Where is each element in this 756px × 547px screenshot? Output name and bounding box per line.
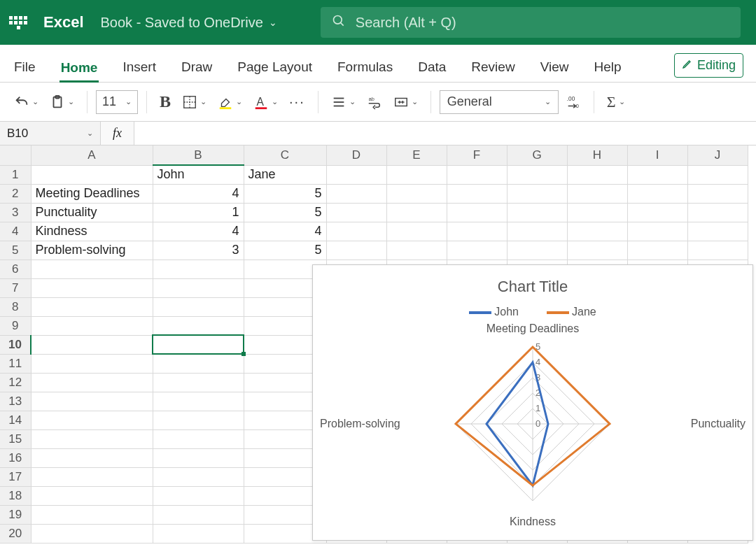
cell-F4[interactable] xyxy=(447,222,507,241)
cell-C2[interactable]: 5 xyxy=(244,184,326,203)
cell-J3[interactable] xyxy=(687,203,748,222)
cell-B9[interactable] xyxy=(153,316,244,335)
paste-button[interactable]: ⌄ xyxy=(46,92,78,113)
cell-D4[interactable] xyxy=(326,222,386,241)
cell-A3[interactable]: Punctuality xyxy=(31,203,153,222)
cell-C3[interactable]: 5 xyxy=(244,203,326,222)
name-box[interactable]: B10 ⌄ xyxy=(0,122,101,145)
number-format-select[interactable]: General ⌄ xyxy=(440,90,559,114)
row-header-9[interactable]: 9 xyxy=(0,316,31,335)
row-header-5[interactable]: 5 xyxy=(0,241,31,260)
cell-B19[interactable] xyxy=(153,505,244,524)
row-header-6[interactable]: 6 xyxy=(0,260,31,278)
cell-B17[interactable] xyxy=(153,467,244,486)
column-header-F[interactable]: F xyxy=(447,145,507,165)
cell-I4[interactable] xyxy=(627,222,687,241)
cell-C1[interactable]: Jane xyxy=(244,165,326,184)
tab-help[interactable]: Help xyxy=(592,54,622,82)
cell-G3[interactable] xyxy=(507,203,567,222)
cell-I1[interactable] xyxy=(627,165,687,184)
cell-G2[interactable] xyxy=(507,184,567,203)
spreadsheet-grid[interactable]: ABCDEFGHIJ1JohnJane2Meeting Deadlines453… xyxy=(0,145,756,544)
row-header-17[interactable]: 17 xyxy=(0,467,31,486)
merge-button[interactable]: ⌄ xyxy=(389,92,422,113)
column-header-D[interactable]: D xyxy=(326,145,386,165)
cell-E2[interactable] xyxy=(386,184,447,203)
cell-A19[interactable] xyxy=(31,505,153,524)
cell-A14[interactable] xyxy=(31,411,153,429)
cell-G1[interactable] xyxy=(507,165,567,184)
cell-G5[interactable] xyxy=(507,241,567,260)
row-header-15[interactable]: 15 xyxy=(0,429,31,448)
tab-review[interactable]: Review xyxy=(470,54,516,82)
tab-view[interactable]: View xyxy=(539,54,570,82)
row-header-8[interactable]: 8 xyxy=(0,297,31,316)
tab-formulas[interactable]: Formulas xyxy=(336,54,394,82)
column-header-C[interactable]: C xyxy=(244,145,326,165)
bold-button[interactable]: B xyxy=(155,90,175,114)
cell-A9[interactable] xyxy=(31,316,153,335)
column-header-J[interactable]: J xyxy=(687,145,748,165)
cell-A7[interactable] xyxy=(31,278,153,297)
row-header-4[interactable]: 4 xyxy=(0,222,31,241)
cell-A12[interactable] xyxy=(31,373,153,392)
tab-draw[interactable]: Draw xyxy=(180,54,214,82)
borders-button[interactable]: ⌄ xyxy=(178,92,211,113)
row-header-11[interactable]: 11 xyxy=(0,354,31,373)
cell-F3[interactable] xyxy=(447,203,507,222)
cell-I3[interactable] xyxy=(627,203,687,222)
cell-H1[interactable] xyxy=(567,165,627,184)
cell-A5[interactable]: Problem-solving xyxy=(31,241,153,260)
app-launcher-icon[interactable] xyxy=(8,13,28,32)
row-header-16[interactable]: 16 xyxy=(0,448,31,467)
cell-A6[interactable] xyxy=(31,260,153,278)
row-header-14[interactable]: 14 xyxy=(0,411,31,429)
column-header-B[interactable]: B xyxy=(153,145,244,165)
cell-B1[interactable]: John xyxy=(153,165,244,184)
embedded-chart[interactable]: Chart Title John Jane 543210 Meeting Dea… xyxy=(312,264,753,541)
row-header-2[interactable]: 2 xyxy=(0,184,31,203)
cell-A8[interactable] xyxy=(31,297,153,316)
cell-D5[interactable] xyxy=(326,241,386,260)
cell-J5[interactable] xyxy=(687,241,748,260)
fx-icon[interactable]: fx xyxy=(101,122,134,145)
cell-A10[interactable] xyxy=(31,335,153,354)
cell-A4[interactable]: Kindness xyxy=(31,222,153,241)
cell-A20[interactable] xyxy=(31,524,153,543)
font-size-input[interactable]: 11 ⌄ xyxy=(96,90,138,114)
autosum-button[interactable]: Σ⌄ xyxy=(603,90,629,114)
cell-F2[interactable] xyxy=(447,184,507,203)
column-header-E[interactable]: E xyxy=(386,145,447,165)
cell-A1[interactable] xyxy=(31,165,153,184)
cell-B4[interactable]: 4 xyxy=(153,222,244,241)
column-header-H[interactable]: H xyxy=(567,145,627,165)
cell-J4[interactable] xyxy=(687,222,748,241)
align-button[interactable]: ⌄ xyxy=(327,92,360,113)
cell-D1[interactable] xyxy=(326,165,386,184)
tab-file[interactable]: File xyxy=(13,54,37,82)
cell-H4[interactable] xyxy=(567,222,627,241)
cell-J1[interactable] xyxy=(687,165,748,184)
column-header-G[interactable]: G xyxy=(507,145,567,165)
cell-B8[interactable] xyxy=(153,297,244,316)
row-header-20[interactable]: 20 xyxy=(0,524,31,543)
more-font-button[interactable]: ··· xyxy=(285,91,309,113)
row-header-12[interactable]: 12 xyxy=(0,373,31,392)
cell-E4[interactable] xyxy=(386,222,447,241)
document-name[interactable]: Book - Saved to OneDrive ⌄ xyxy=(101,15,277,31)
cell-B20[interactable] xyxy=(153,524,244,543)
cell-F5[interactable] xyxy=(447,241,507,260)
row-header-10[interactable]: 10 xyxy=(0,335,31,354)
cell-B3[interactable]: 1 xyxy=(153,203,244,222)
font-color-button[interactable]: A ⌄ xyxy=(249,92,282,113)
cell-B13[interactable] xyxy=(153,392,244,411)
undo-button[interactable]: ⌄ xyxy=(10,92,43,113)
cell-H5[interactable] xyxy=(567,241,627,260)
cell-A15[interactable] xyxy=(31,429,153,448)
row-header-1[interactable]: 1 xyxy=(0,165,31,184)
cell-I2[interactable] xyxy=(627,184,687,203)
cell-B16[interactable] xyxy=(153,448,244,467)
tab-home[interactable]: Home xyxy=(59,55,99,83)
cell-J2[interactable] xyxy=(687,184,748,203)
cell-B12[interactable] xyxy=(153,373,244,392)
